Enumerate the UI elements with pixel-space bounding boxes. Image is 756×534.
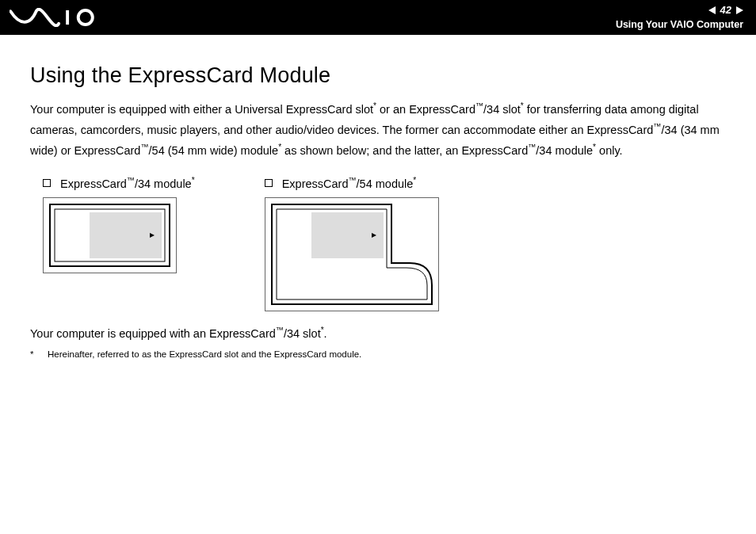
module-54: ExpressCard™/54 module*: [265, 176, 439, 315]
footnote-mark: *: [30, 349, 36, 359]
page-header: 42 Using Your VAIO Computer: [0, 0, 756, 35]
svg-rect-0: [66, 10, 69, 25]
prev-page-icon[interactable]: [708, 6, 716, 14]
vaio-logo: [10, 8, 97, 27]
expresscard-54-figure: [265, 197, 439, 311]
page-navigation: 42: [616, 2, 743, 18]
module-34: ExpressCard™/34 module*: [43, 176, 195, 315]
equipped-line: Your computer is equipped with an Expres…: [30, 326, 734, 340]
bullet-box-icon: [43, 179, 51, 187]
svg-point-1: [78, 10, 93, 25]
module-34-label: ExpressCard™/34 module*: [43, 176, 195, 190]
bullet-box-icon: [265, 179, 273, 187]
section-title: Using Your VAIO Computer: [616, 17, 743, 32]
footnote: * Hereinafter, referred to as the Expres…: [30, 349, 734, 359]
page-content: Using the ExpressCard Module Your comput…: [0, 35, 756, 359]
footnote-text: Hereinafter, referred to as the ExpressC…: [48, 349, 361, 359]
intro-paragraph: Your computer is equipped with either a …: [30, 99, 734, 162]
expresscard-34-figure: [43, 197, 177, 273]
page-number: 42: [720, 2, 731, 18]
module-54-label: ExpressCard™/54 module*: [265, 176, 439, 190]
page-title: Using the ExpressCard Module: [30, 63, 734, 88]
next-page-icon[interactable]: [736, 6, 743, 14]
module-list: ExpressCard™/34 module* ExpressCard™/54 …: [43, 176, 734, 315]
